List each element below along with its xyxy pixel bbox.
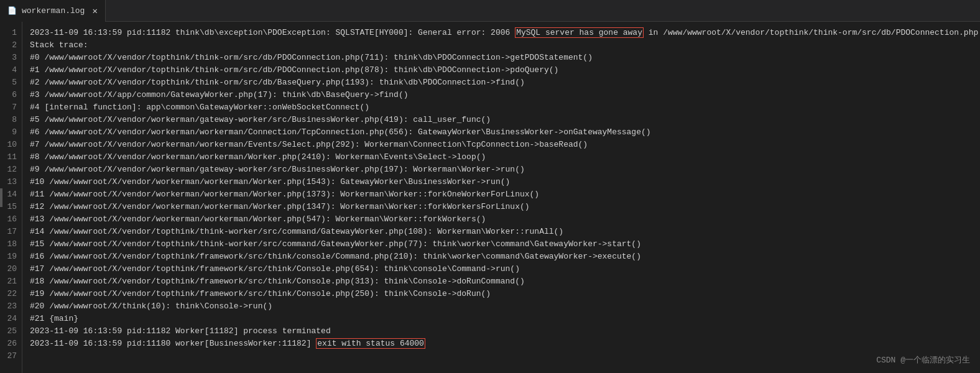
code-line: #15 /www/wwwroot/X/vendor/topthink/think… (30, 238, 980, 251)
tab-bar: 📄 workerman.log ✕ (0, 0, 980, 22)
app-container: 📄 workerman.log ✕ 1234567891011121314151… (0, 0, 980, 373)
code-line: #17 /www/wwwroot/X/vendor/topthink/frame… (30, 263, 980, 275)
code-line: #8 /www/wwwroot/X/vendor/workerman/worke… (30, 151, 980, 163)
code-line: 2023-11-09 16:13:59 pid:11180 worker[Bus… (30, 338, 980, 350)
line-number: 27 (5, 350, 17, 362)
code-text: 2023-11-09 16:13:59 pid:11182 think\db\e… (30, 28, 515, 37)
tab-workerman-log[interactable]: 📄 workerman.log ✕ (0, 0, 106, 22)
code-line: #9 /www/wwwroot/X/vendor/workerman/gatew… (30, 163, 980, 176)
code-line: #19 /www/wwwroot/X/vendor/topthink/frame… (30, 288, 980, 300)
code-line: #11 /www/wwwroot/X/vendor/workerman/work… (30, 188, 980, 201)
line-numbers: 1234567891011121314151617181920212223242… (0, 22, 22, 373)
line-number: 4 (5, 64, 17, 76)
line-number: 3 (5, 52, 17, 64)
line-number: 10 (5, 139, 17, 151)
line-number: 15 (5, 201, 17, 213)
editor-container: 1234567891011121314151617181920212223242… (0, 22, 980, 373)
code-line: 2023-11-09 16:13:59 pid:11182 Worker[111… (30, 325, 980, 338)
code-line: #3 /www/wwwroot/X/app/common/GatewayWork… (30, 89, 980, 101)
line-number: 17 (5, 226, 17, 238)
line-number: 22 (5, 288, 17, 300)
tab-close-button[interactable]: ✕ (92, 6, 97, 16)
tab-label: workerman.log (22, 6, 85, 16)
code-content[interactable]: 2023-11-09 16:13:59 pid:11182 think\db\e… (22, 22, 980, 373)
line-number: 14 (5, 188, 17, 201)
code-line: #13 /www/wwwroot/X/vendor/workerman/work… (30, 213, 980, 226)
line-number: 5 (5, 76, 17, 89)
code-line: #1 /www/wwwroot/X/vendor/topthink/think-… (30, 64, 980, 76)
code-line: #18 /www/wwwroot/X/vendor/topthink/frame… (30, 275, 980, 288)
highlight-mysql-server: MySQL server has gone away (515, 27, 644, 38)
code-line: Stack trace: (30, 39, 980, 52)
line-number: 24 (5, 313, 17, 325)
code-line: #20 /www/wwwroot/X/think(10): think\Cons… (30, 300, 980, 313)
line-number: 16 (5, 213, 17, 226)
code-line: #16 /www/wwwroot/X/vendor/topthink/frame… (30, 251, 980, 263)
line-number: 25 (5, 325, 17, 338)
line-number: 12 (5, 163, 17, 176)
scrollbar-indicator[interactable] (0, 188, 2, 207)
line-number: 19 (5, 251, 17, 263)
code-line: #7 /www/wwwroot/X/vendor/workerman/worke… (30, 139, 980, 151)
line-number: 20 (5, 263, 17, 275)
code-line: #21 {main} (30, 313, 980, 325)
line-number: 8 (5, 114, 17, 126)
code-line: #2 /www/wwwroot/X/vendor/topthink/think-… (30, 76, 980, 89)
code-text-after: in /www/wwwroot/X/vendor/topthink/think-… (644, 28, 980, 37)
line-number: 26 (5, 338, 17, 350)
code-line: #10 /www/wwwroot/X/vendor/workerman/work… (30, 176, 980, 188)
code-line: #0 /www/wwwroot/X/vendor/topthink/think-… (30, 52, 980, 64)
line-number: 7 (5, 101, 17, 114)
line-number: 18 (5, 238, 17, 251)
line-number: 2 (5, 39, 17, 52)
line-number: 13 (5, 176, 17, 188)
code-line (30, 350, 980, 362)
code-line: #4 [internal function]: app\common\Gatew… (30, 101, 980, 114)
file-icon: 📄 (7, 6, 17, 16)
line-number: 1 (5, 27, 17, 39)
line-number: 9 (5, 126, 17, 139)
highlight-exit-status: exit with status 64000 (316, 338, 425, 349)
code-line: #6 /www/wwwroot/X/vendor/workerman/worke… (30, 126, 980, 139)
code-line: 2023-11-09 16:13:59 pid:11182 think\db\e… (30, 27, 980, 39)
code-line: #14 /www/wwwroot/X/vendor/topthink/think… (30, 226, 980, 238)
code-line: #12 /www/wwwroot/X/vendor/workerman/work… (30, 201, 980, 213)
line-number: 23 (5, 300, 17, 313)
code-text: 2023-11-09 16:13:59 pid:11180 worker[Bus… (30, 339, 316, 348)
watermark: CSDN @一个临漂的实习生 (876, 354, 970, 366)
line-number: 11 (5, 151, 17, 163)
code-line: #5 /www/wwwroot/X/vendor/workerman/gatew… (30, 114, 980, 126)
line-number: 21 (5, 275, 17, 288)
line-number: 6 (5, 89, 17, 101)
